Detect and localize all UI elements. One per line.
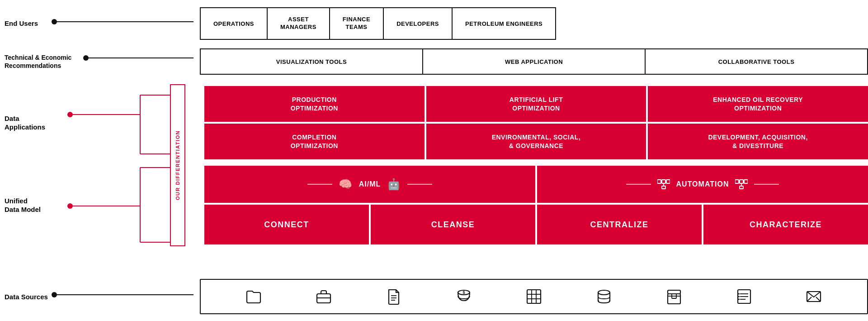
svg-rect-18 [666,180,670,183]
automation-box: AUTOMATION [537,166,868,203]
apps-grid: PRODUCTIONOPTIMIZATION ARTIFICIAL LIFTOP… [204,86,868,159]
briefcase-icon [315,288,332,305]
enhanced-oil-recovery-box: ENHANCED OIL RECOVERYOPTIMIZATION [648,86,868,122]
aiml-label: AI/ML [359,180,381,188]
technical-label: Technical & EconomicRecommendations [0,53,99,70]
svg-rect-41 [668,290,680,294]
finance-teams-box: FINANCETEAMS [329,7,383,40]
svg-rect-33 [527,290,541,303]
technical-row: Technical & EconomicRecommendations VISU… [0,45,868,78]
visualization-tools-box: VISUALIZATION TOOLS [200,48,422,75]
svg-rect-22 [740,180,743,183]
svg-rect-16 [657,180,661,183]
svg-line-50 [807,297,811,302]
cleanse-box: CLEANSE [371,205,535,244]
svg-rect-20 [662,186,665,189]
svg-rect-21 [735,180,739,183]
svg-rect-23 [744,180,748,183]
collaborative-tools-box: COLLABORATIVE TOOLS [645,48,868,75]
sources-box: $ [200,279,868,314]
coin-stack-icon: $ [455,288,472,305]
automation-label: AUTOMATION [676,180,729,188]
svg-line-51 [816,297,821,302]
aiml-automation-row: 🧠 AI/ML 🤖 [204,166,868,203]
database-icon [595,288,613,305]
data-sources-label: Data Sources [0,293,99,301]
end-users-label: End Users [0,19,99,28]
svg-point-46 [738,293,740,295]
tech-boxes: VISUALIZATION TOOLS WEB APPLICATION COLL… [200,48,868,75]
svg-text:$: $ [463,290,465,295]
aiml-box: 🧠 AI/ML 🤖 [204,166,535,203]
svg-point-48 [738,299,740,300]
operations-box: OPERATIONS [200,7,267,40]
characterize-box: CHARACTERIZE [703,205,868,244]
developers-box: DEVELOPERS [383,7,452,40]
connect-row: CONNECT CLEANSE CENTRALIZE CHARACTERIZE [204,205,868,244]
unified-row: UnifiedData Model 🧠 AI/ML 🤖 [0,164,868,246]
folder-icon [245,288,262,305]
mail-icon [805,288,822,305]
data-apps-row: DataApplications PRODUCTIONOPTIMIZATION … [0,84,868,161]
petroleum-engineers-box: PETROLEUM ENGINEERS [452,7,556,40]
asset-managers-box: ASSETMANAGERS [267,7,329,40]
document-icon [385,288,402,305]
unified-label: UnifiedData Model [0,196,99,214]
artificial-lift-box: ARTIFICIAL LIFTOPTIMIZATION [426,86,646,122]
production-optimization-box: PRODUCTIONOPTIMIZATION [204,86,425,122]
svg-rect-25 [740,186,743,189]
development-acquisition-box: DEVELOPMENT, ACQUISITION,& DIVESTITURE [648,124,868,159]
end-users-row: End Users OPERATIONS ASSETMANAGERS FINAN… [0,4,868,43]
table-icon [525,288,542,305]
end-users-boxes: OPERATIONS ASSETMANAGERS FINANCETEAMS DE… [200,7,556,40]
svg-rect-17 [662,180,665,183]
connect-box: CONNECT [204,205,369,244]
esg-box: ENVIRONMENTAL, SOCIAL,& GOVERNANCE [426,124,646,159]
web-application-box: WEB APPLICATION [422,48,645,75]
completion-optimization-box: COMPLETIONOPTIMIZATION [204,124,425,159]
centralize-box: CENTRALIZE [537,205,702,244]
data-sources-row: Data Sources [0,276,868,317]
package-icon [665,288,683,305]
diagram: End Users OPERATIONS ASSETMANAGERS FINAN… [0,0,868,321]
svg-point-47 [738,296,740,297]
unified-content: 🧠 AI/ML 🤖 [204,166,868,244]
svg-rect-39 [668,294,680,304]
data-apps-label: DataApplications [0,114,99,132]
list-icon [736,288,753,305]
svg-point-38 [598,290,610,295]
